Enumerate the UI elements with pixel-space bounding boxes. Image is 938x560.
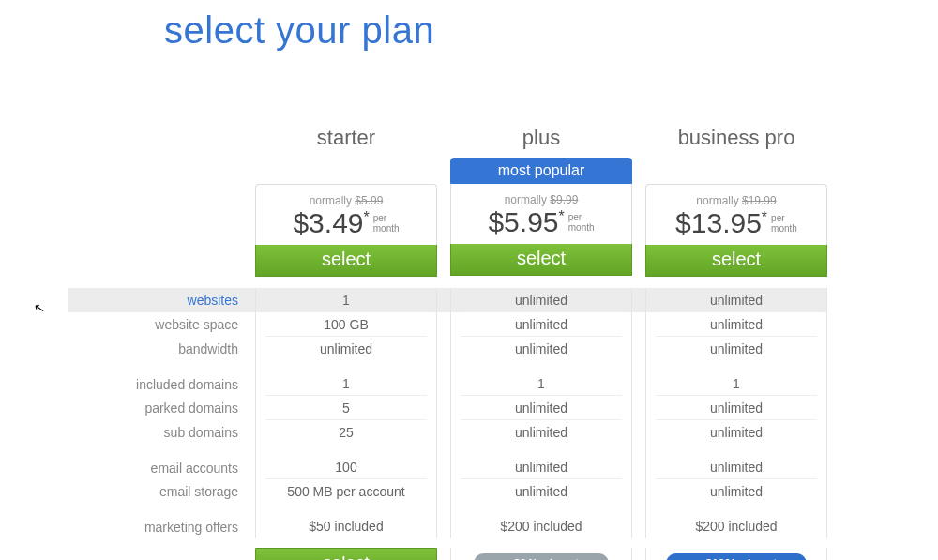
feature-value: unlimited [450,479,632,504]
plan-name-plus: plus [450,122,632,158]
feature-label-sub-domains: sub domains [68,420,255,445]
feature-value: unlimited [450,337,632,361]
plan-bottom-starter: select [255,548,437,560]
feature-value: unlimited [645,288,827,312]
feature-row-email-storage: email storage 500 MB per account unlimit… [68,479,893,504]
feature-row-websites: websites 1 unlimited unlimited [68,288,893,312]
feature-value: 500 MB per account [255,479,437,504]
cursor-icon: ↖ [33,299,47,316]
feature-value: unlimited [450,312,632,337]
feature-value: 1 [450,361,632,396]
feature-value: unlimited [450,445,632,479]
feature-value: unlimited [255,337,437,361]
feature-label-marketing-offers: marketing offers [68,504,255,538]
feature-value: unlimited [450,420,632,445]
feature-value: 1 [255,361,437,396]
extras-pill-business-pro: over $180/yr in extras [666,553,808,560]
extras-pill-plus: over $24/yr in extras [474,553,609,560]
feature-value: 100 [255,445,437,479]
feature-row-sub-domains: sub domains 25 unlimited unlimited [68,420,893,445]
select-button-business-pro-top[interactable]: select [645,245,827,277]
feature-value: unlimited [645,445,827,479]
feature-value: unlimited [645,420,827,445]
normal-price-business-pro: normally $19.99 [646,194,826,207]
bottom-row: select over $24/yr in extras Global CDN … [68,548,893,560]
feature-row-parked-domains: parked domains 5 unlimited unlimited [68,396,893,420]
feature-row-website-space: website space 100 GB unlimited unlimited [68,312,893,337]
feature-value: unlimited [450,288,632,312]
plan-card-plus: most popular normally $9.99 $5.95* permo… [450,158,632,277]
select-button-starter-bottom[interactable]: select [255,548,437,560]
select-button-starter-top[interactable]: select [255,245,437,277]
plan-card-business-pro: normally $19.99 $13.95* permonth select [645,158,827,277]
plan-name-business-pro: business pro [645,122,827,158]
page-title: select your plan [164,9,434,52]
plan-card-starter: normally $5.99 $3.49* permonth select [255,158,437,277]
feature-label-email-storage: email storage [68,479,255,504]
plan-bottom-plus: over $24/yr in extras Global CDN 1 SpamE… [450,548,632,560]
feature-value: $50 included [255,504,437,538]
badge-most-popular: most popular [450,158,632,184]
feature-value: $200 included [450,504,632,538]
feature-value: 1 [255,288,437,312]
feature-value: unlimited [645,337,827,361]
feature-value: unlimited [645,396,827,420]
normal-price-plus: normally $9.99 [451,193,631,206]
price-business-pro: $13.95* [675,209,767,237]
select-button-plus-top[interactable]: select [450,244,632,276]
normal-price-starter: normally $5.99 [256,194,436,207]
pricing-table: starter plus business pro normally $5.99… [68,122,893,560]
feature-value: unlimited [645,312,827,337]
feature-row-marketing-offers: marketing offers $50 included $200 inclu… [68,504,893,538]
price-starter: $3.49* [293,209,369,237]
feature-row-included-domains: included domains 1 1 1 [68,361,893,396]
feature-value: 5 [255,396,437,420]
plan-name-starter: starter [255,122,437,158]
feature-value: unlimited [450,396,632,420]
feature-value: $200 included [645,504,827,538]
feature-row-email-accounts: email accounts 100 unlimited unlimited [68,445,893,479]
feature-value: 100 GB [255,312,437,337]
feature-label-website-space: website space [68,312,255,337]
feature-label-bandwidth: bandwidth [68,337,255,361]
feature-value: unlimited [645,479,827,504]
feature-value: 25 [255,420,437,445]
feature-label-email-accounts: email accounts [68,445,255,479]
plan-header-row: normally $5.99 $3.49* permonth select mo… [68,158,893,277]
feature-label-included-domains: included domains [68,361,255,396]
per-month-label: permonth [373,209,400,234]
price-plus: $5.95* [488,208,564,236]
feature-label-websites: websites [68,288,255,312]
feature-value: 1 [645,361,827,396]
feature-row-bandwidth: bandwidth unlimited unlimited unlimited [68,337,893,361]
plan-names-row: starter plus business pro [68,122,893,158]
feature-label-parked-domains: parked domains [68,396,255,420]
plan-bottom-business-pro: over $180/yr in extras 2 SpamExperts 1 S… [645,548,827,560]
